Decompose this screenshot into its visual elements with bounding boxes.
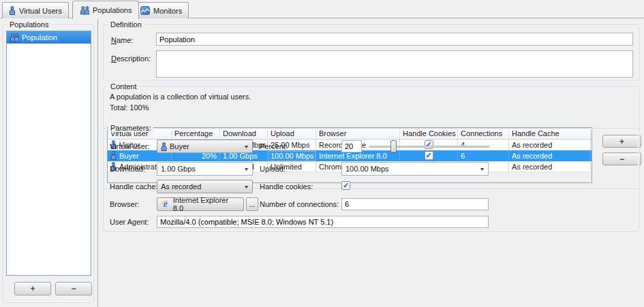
tab-label: Virtual Users (19, 7, 62, 15)
internet-explorer-icon: e (161, 199, 170, 209)
tab-virtual-users[interactable]: Virtual Users (2, 2, 69, 18)
person-icon (161, 142, 167, 151)
handle-cache-select[interactable]: As recorded ▼ (157, 180, 253, 193)
parameters-title: Parameters: (108, 124, 153, 132)
main-panel: Definition Name: Description: Content A … (98, 18, 644, 307)
parameters-groupbox: Parameters: Virtual user: Buyer ▼ Percen… (104, 128, 639, 231)
application-window: Virtual Users Populations Monitors Popul… (0, 0, 644, 307)
sidebar-title: Populations (7, 20, 51, 29)
handle-cache-label: Handle cache: (110, 182, 157, 191)
user-agent-label: User Agent: (110, 218, 149, 226)
populations-sidebar: Populations Population + − (0, 18, 98, 307)
populations-groupbox: Populations Population + − (3, 25, 94, 303)
connections-input[interactable] (341, 198, 489, 210)
chevron-down-icon: ▼ (479, 167, 485, 172)
chevron-down-icon: ▼ (243, 144, 249, 149)
name-label: Name: (111, 36, 133, 44)
connections-label: Number of connections: (260, 200, 339, 208)
add-population-button[interactable]: + (14, 282, 51, 295)
user-agent-input[interactable] (157, 216, 489, 228)
description-label: Description: (111, 54, 151, 63)
upload-label: Upload: (260, 165, 286, 173)
tab-populations[interactable]: Populations (72, 1, 139, 19)
definition-title: Definition (108, 20, 144, 29)
slider-thumb[interactable] (390, 140, 397, 152)
virtual-user-select[interactable]: Buyer ▼ (157, 140, 253, 153)
populations-icon (79, 6, 89, 15)
tab-bar: Virtual Users Populations Monitors (0, 0, 644, 18)
virtual-user-icon (9, 6, 16, 15)
browser-label: Browser: (110, 200, 139, 208)
content-subtitle: A population is a collection of virtual … (110, 93, 251, 101)
definition-groupbox: Definition Name: Description: (104, 25, 639, 80)
name-input[interactable] (156, 33, 633, 46)
content-title: Content (108, 82, 139, 91)
description-input[interactable] (156, 50, 633, 78)
remove-population-button[interactable]: − (55, 282, 92, 295)
handle-cookies-label: Handle cookies: (260, 182, 313, 191)
virtual-user-label: Virtual user: (110, 142, 150, 150)
percent-slider[interactable] (369, 140, 490, 153)
list-item-population[interactable]: Population (7, 31, 91, 44)
tab-monitors[interactable]: Monitors (134, 2, 189, 18)
browser-browse-button[interactable]: ... (246, 197, 258, 211)
download-label: Download: (110, 165, 145, 173)
upload-select[interactable]: 100.00 Mbps ▼ (341, 162, 489, 176)
chevron-down-icon: ▼ (243, 167, 249, 172)
tab-label: Populations (93, 6, 132, 14)
download-select[interactable]: 1.00 Gbps ▼ (157, 162, 253, 176)
slider-track (369, 146, 490, 148)
browser-button[interactable]: e Internet Explorer 8.0 (157, 197, 244, 211)
content-total: Total: 100% (110, 103, 149, 112)
monitors-icon (140, 6, 150, 15)
chevron-down-icon: ▼ (243, 184, 249, 189)
populations-list[interactable]: Population (6, 31, 91, 276)
tab-label: Monitors (153, 7, 182, 15)
population-icon (9, 33, 19, 42)
handle-cookies-param-checkbox[interactable]: ✓ (341, 181, 350, 190)
list-item-label: Population (22, 33, 57, 42)
percent-input[interactable] (341, 140, 362, 152)
percent-label: Percent: (260, 142, 288, 150)
